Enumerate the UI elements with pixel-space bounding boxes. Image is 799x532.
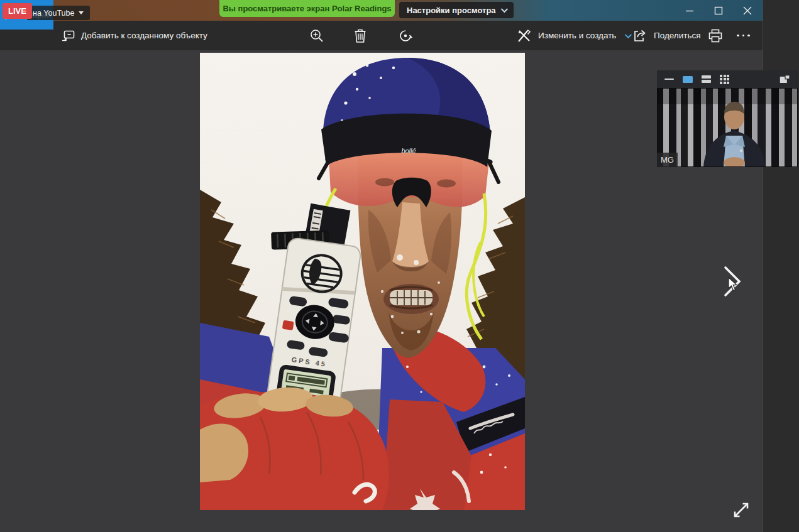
youtube-stream-dropdown[interactable]: на YouTube — [26, 6, 90, 20]
mouse-cursor — [728, 277, 738, 292]
photo-viewer-image: bollé — [200, 53, 525, 510]
maximize-icon — [714, 6, 723, 15]
expand-diagonal-icon — [729, 498, 753, 522]
goggles-brand-label: bollé — [401, 147, 416, 155]
minimize-icon — [685, 6, 694, 15]
print-button[interactable] — [708, 21, 729, 50]
view-settings-label: Настройки просмотра — [407, 6, 496, 15]
add-to-album-button[interactable]: Добавить к созданному объекту — [62, 21, 207, 50]
active-speaker-view-icon[interactable] — [683, 76, 693, 83]
more-options-button[interactable] — [737, 21, 758, 50]
polar-explorer-photo: bollé — [200, 53, 525, 510]
participant-video — [657, 88, 798, 167]
live-badge: LIVE — [3, 3, 32, 19]
red-key — [282, 320, 294, 330]
delete-button[interactable] — [353, 21, 373, 50]
printer-icon — [708, 28, 723, 43]
screen-share-banner: Вы просматриваете экран Polar Readings — [219, 0, 395, 17]
strip-view-icon[interactable] — [702, 75, 711, 83]
share-icon — [632, 29, 647, 43]
titlebar: 20.jpeg LIVE на YouTube Вы просматривает… — [0, 0, 763, 21]
zoom-button[interactable] — [309, 21, 329, 50]
share-button[interactable]: Поделиться — [632, 21, 701, 50]
maximize-button[interactable] — [705, 0, 732, 21]
video-panel-header — [657, 70, 798, 88]
chevron-down-icon — [500, 6, 507, 13]
expand-fullscreen-button[interactable] — [729, 498, 753, 522]
popout-panel-icon[interactable] — [780, 75, 790, 84]
gallery-view-icon[interactable] — [720, 75, 729, 84]
rotate-button[interactable] — [397, 21, 417, 50]
add-to-album-label: Добавить к созданному объекту — [81, 31, 207, 40]
magnifier-plus-icon — [309, 28, 324, 43]
minimize-panel-icon[interactable] — [664, 79, 674, 80]
add-to-album-icon — [62, 30, 75, 41]
rotate-icon — [397, 28, 414, 44]
participant-name-chip: MG — [657, 153, 678, 167]
participant-initials: MG — [661, 155, 674, 165]
edit-create-button[interactable]: Изменить и создать — [517, 21, 630, 50]
meeting-shared-screen: 20.jpeg LIVE на YouTube Вы просматривает… — [0, 0, 799, 532]
close-button[interactable] — [734, 0, 761, 21]
edit-create-icon — [517, 28, 532, 43]
chevron-down-icon — [79, 11, 84, 14]
minimize-button[interactable] — [676, 0, 703, 21]
youtube-stream-label: на YouTube — [33, 9, 74, 18]
trash-icon — [353, 28, 367, 43]
participant-video-thumbnail[interactable] — [657, 88, 798, 167]
share-label: Поделиться — [654, 31, 701, 40]
view-settings-dropdown[interactable]: Настройки просмотра — [399, 2, 514, 18]
edit-create-label: Изменить и создать — [538, 31, 616, 40]
close-icon — [743, 6, 752, 15]
ellipsis-icon — [737, 35, 750, 37]
